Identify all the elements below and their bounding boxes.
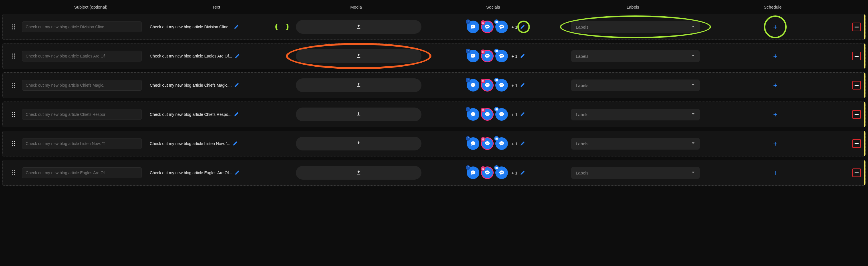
socials-cell: f ◎ ▦ + 1: [427, 137, 564, 150]
remove-cell: [844, 52, 868, 60]
social-instagram[interactable]: ◎: [481, 79, 494, 91]
subject-input[interactable]: [22, 167, 142, 178]
labels-dropdown[interactable]: Labels: [571, 50, 700, 62]
social-instagram[interactable]: ◎: [481, 137, 494, 150]
socials-cell: f ◎ ▦ + 1: [427, 50, 564, 62]
labels-dropdown[interactable]: Labels: [571, 109, 700, 121]
remove-cell: [844, 110, 868, 119]
edit-socials-icon[interactable]: [520, 112, 524, 117]
social-google-business[interactable]: ▦: [495, 21, 508, 33]
social-facebook[interactable]: f: [467, 137, 479, 150]
gbusiness-mini-icon: ▦: [494, 165, 499, 170]
add-schedule-button[interactable]: +: [770, 167, 781, 179]
header-socials: Socials: [425, 5, 562, 9]
facebook-mini-icon: f: [466, 49, 470, 53]
edit-text-icon[interactable]: [234, 112, 238, 117]
media-cell: [290, 166, 427, 180]
edit-text-icon[interactable]: [235, 170, 239, 176]
labels-dropdown[interactable]: Labels: [571, 138, 700, 150]
add-schedule-button[interactable]: +: [770, 50, 781, 62]
media-upload-button[interactable]: [296, 137, 422, 151]
media-cell: [290, 49, 427, 63]
social-instagram[interactable]: ◎: [481, 21, 494, 33]
post-row: Check out my new blog article Chiefs Res…: [2, 102, 866, 127]
labels-cell: Labels: [564, 50, 707, 62]
text-cell: Check out my new blog article Listen Now…: [148, 141, 290, 147]
edit-text-icon[interactable]: [234, 24, 238, 30]
upload-icon: [356, 170, 361, 176]
drag-handle[interactable]: [5, 141, 22, 147]
remove-row-button[interactable]: [852, 52, 861, 60]
remove-row-button[interactable]: [852, 168, 861, 177]
media-upload-button[interactable]: [296, 108, 422, 121]
media-upload-button[interactable]: [296, 166, 422, 180]
socials-more-count: + 1: [511, 141, 517, 146]
edit-socials-icon[interactable]: [520, 141, 524, 147]
social-facebook[interactable]: f: [467, 108, 479, 121]
social-facebook[interactable]: f: [467, 50, 479, 62]
add-schedule-button[interactable]: +: [770, 80, 781, 91]
remove-cell: [844, 81, 868, 89]
chevron-down-icon: [691, 141, 695, 146]
media-cell: [290, 137, 427, 151]
socials-cell: f ◎ ▦ + 1: [427, 79, 564, 91]
add-schedule-button[interactable]: +: [770, 21, 781, 33]
media-upload-button[interactable]: [296, 20, 422, 34]
remove-row-button[interactable]: [852, 110, 861, 119]
edit-socials-icon[interactable]: [520, 170, 524, 176]
social-google-business[interactable]: ▦: [495, 137, 508, 150]
gbusiness-mini-icon: ▦: [494, 49, 499, 53]
text-cell: Check out my new blog article Division C…: [148, 24, 290, 30]
social-instagram[interactable]: ◎: [481, 166, 494, 179]
upload-icon: [356, 53, 361, 59]
remove-row-button[interactable]: [852, 139, 861, 148]
remove-row-button[interactable]: [852, 23, 861, 31]
post-row: Check out my new blog article Eagles Are…: [2, 160, 866, 186]
drag-handle[interactable]: [5, 53, 22, 59]
media-upload-button[interactable]: [296, 49, 422, 63]
upload-icon: [356, 82, 361, 88]
text-cell: Check out my new blog article Chiefs Mag…: [148, 83, 290, 88]
drag-handle[interactable]: [5, 170, 22, 176]
labels-placeholder: Labels: [576, 141, 588, 146]
socials-more-count: + 1: [511, 170, 517, 175]
gbusiness-mini-icon: ▦: [494, 136, 499, 141]
social-google-business[interactable]: ▦: [495, 79, 508, 91]
chevron-down-icon: [691, 54, 695, 59]
post-text: Check out my new blog article Chiefs Mag…: [150, 83, 232, 87]
subject-cell: [22, 51, 148, 61]
drag-handle[interactable]: [5, 82, 22, 88]
edit-socials-icon[interactable]: [520, 83, 524, 88]
edit-text-icon[interactable]: [235, 53, 239, 59]
socials-cell: f ◎ ▦ + 1: [427, 166, 564, 179]
edit-text-icon[interactable]: [232, 141, 237, 147]
schedule-cell: +: [707, 167, 844, 179]
social-google-business[interactable]: ▦: [495, 50, 508, 62]
add-schedule-button[interactable]: +: [770, 138, 781, 149]
media-upload-button[interactable]: [296, 78, 422, 92]
media-cell: [290, 20, 427, 34]
subject-input[interactable]: [22, 22, 142, 32]
drag-handle[interactable]: [5, 24, 22, 30]
social-instagram[interactable]: ◎: [481, 50, 494, 62]
subject-input[interactable]: [22, 109, 142, 120]
social-google-business[interactable]: ▦: [495, 166, 508, 179]
social-facebook[interactable]: f: [467, 21, 479, 33]
subject-input[interactable]: [22, 51, 142, 61]
edit-text-icon[interactable]: [234, 83, 239, 88]
edit-socials-icon[interactable]: [520, 53, 524, 59]
labels-dropdown[interactable]: Labels: [571, 80, 700, 91]
social-instagram[interactable]: ◎: [481, 108, 494, 121]
subject-input[interactable]: [22, 138, 142, 149]
social-facebook[interactable]: f: [467, 166, 479, 179]
social-google-business[interactable]: ▦: [495, 108, 508, 121]
social-facebook[interactable]: f: [467, 79, 479, 91]
labels-dropdown[interactable]: Labels: [571, 21, 700, 33]
add-schedule-button[interactable]: +: [770, 109, 781, 120]
labels-dropdown[interactable]: Labels: [571, 167, 700, 179]
drag-handle[interactable]: [5, 111, 22, 117]
facebook-mini-icon: f: [466, 78, 470, 82]
edit-socials-icon[interactable]: [520, 24, 524, 30]
remove-row-button[interactable]: [852, 81, 861, 89]
subject-input[interactable]: [22, 80, 142, 91]
